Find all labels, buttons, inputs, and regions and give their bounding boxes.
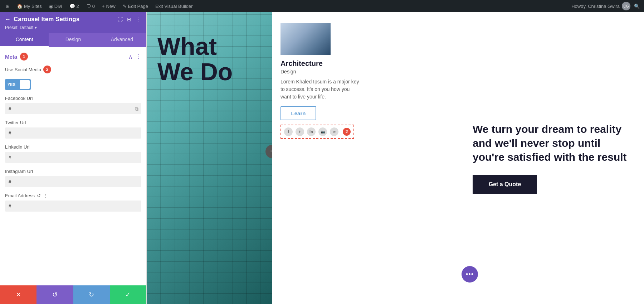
panel-content: Meta 1 ∧ ⋮ Use Social Media 2 YES	[0, 47, 146, 285]
toggle-knob	[20, 80, 30, 89]
email-reset-icon[interactable]: ↺	[37, 193, 41, 198]
panel-actions: ✕ ↺ ↻ ✓	[0, 285, 146, 304]
wp-logo-icon: ⊞	[6, 4, 10, 9]
plus-icon: +	[102, 4, 105, 9]
building-section: What We Do +	[147, 12, 272, 304]
exit-visual-builder-button[interactable]: Exit Visual Builder	[152, 0, 196, 12]
facebook-icon[interactable]: f	[284, 127, 293, 136]
building-text-line2: We Do	[157, 59, 233, 85]
user-greeting: Howdy, Christina Gwira	[571, 4, 620, 9]
architecture-description: Lorem Khaled Ipsum is a major key to suc…	[280, 78, 359, 101]
admin-bar: ⊞ 🏠 My Sites ◉ Divi 💬 2 🗨 0 + New ✎ Edit…	[0, 0, 644, 12]
twitter-url-group: Twitter Url	[5, 120, 141, 139]
panel-title: Carousel Item Settings	[14, 16, 79, 23]
learn-button[interactable]: Learn	[280, 106, 316, 120]
my-sites-menu[interactable]: 🏠 My Sites	[14, 0, 45, 12]
instagram-url-input[interactable]	[5, 176, 141, 187]
use-social-media-row: Use Social Media 2	[5, 66, 141, 73]
email-address-group: Email Address ↺ ⋮	[5, 193, 141, 212]
preset-row[interactable]: Preset: Default ▾	[5, 25, 141, 30]
edit-icon: ✎	[123, 4, 127, 9]
instagram-icon[interactable]: 📷	[318, 127, 327, 136]
section-badge: 1	[20, 53, 28, 61]
home-icon: 🏠	[17, 4, 23, 9]
preset-arrow-icon: ▾	[35, 25, 37, 30]
linkedin-icon[interactable]: in	[307, 127, 316, 136]
avatar[interactable]: CG	[622, 2, 630, 10]
more-options-icon[interactable]: ⋮	[135, 16, 141, 23]
linkedin-url-input[interactable]	[5, 152, 141, 163]
linkedin-url-group: Linkedin Url	[5, 144, 141, 163]
admin-bar-right: Howdy, Christina Gwira CG 🔍	[571, 2, 641, 10]
architecture-title: Architecture	[280, 59, 431, 68]
panel-title-actions: ⛶ ⊟ ⋮	[117, 16, 141, 23]
architecture-image-inner	[280, 23, 331, 55]
facebook-url-group: Facebook Url ⧉	[5, 96, 141, 114]
divi-icon: ◉	[49, 4, 53, 9]
panel-title-row: ← Carousel Item Settings ⛶ ⊟ ⋮	[5, 16, 141, 23]
confirm-button[interactable]: ✓	[110, 285, 146, 304]
fullscreen-icon[interactable]: ⛶	[117, 16, 123, 23]
canvas-area: What We Do + Architecture Design Lorem K…	[147, 12, 644, 304]
redo-button[interactable]: ↻	[73, 285, 110, 304]
search-button[interactable]: 🔍	[633, 2, 641, 10]
social-icons-badge: 2	[343, 128, 351, 136]
get-quote-button[interactable]: Get a Quote	[473, 175, 537, 194]
copy-icon[interactable]: ⧉	[135, 106, 138, 112]
facebook-url-input[interactable]	[5, 103, 141, 114]
meta-section-header: Meta 1 ∧ ⋮	[5, 53, 141, 61]
architecture-image	[280, 23, 331, 55]
back-icon[interactable]: ←	[5, 16, 11, 23]
tab-content[interactable]: Content	[0, 33, 49, 47]
new-menu[interactable]: + New	[99, 0, 118, 12]
edit-page-button[interactable]: ✎ Edit Page	[120, 0, 151, 12]
tab-design[interactable]: Design	[49, 33, 97, 47]
architecture-card: Architecture Design Lorem Khaled Ipsum i…	[280, 23, 431, 139]
preset-label: Preset: Default	[5, 25, 33, 30]
email-icon[interactable]: ✉	[330, 127, 338, 136]
building-text-line1: What	[157, 34, 233, 59]
twitter-url-input[interactable]	[5, 127, 141, 139]
comment-icon: 💬	[69, 4, 75, 9]
instagram-url-group: Instagram Url	[5, 169, 141, 187]
tagline-text: We turn your dream to reality and we'll …	[473, 122, 630, 164]
building-text: What We Do	[157, 34, 233, 85]
panel-title-left: ← Carousel Item Settings	[5, 16, 79, 23]
canvas-content: What We Do + Architecture Design Lorem K…	[147, 12, 644, 304]
use-social-media-badge: 2	[43, 66, 51, 73]
twitter-url-label: Twitter Url	[5, 120, 141, 125]
twitter-icon[interactable]: t	[296, 127, 304, 136]
comments-menu[interactable]: 💬 2	[67, 0, 82, 12]
instagram-url-label: Instagram Url	[5, 169, 141, 174]
linkedin-url-label: Linkedin Url	[5, 144, 141, 150]
section-more-icon[interactable]: ⋮	[136, 53, 141, 60]
use-social-media-label: Use Social Media 2	[5, 66, 51, 73]
wordpress-icon[interactable]: ⊞	[3, 0, 13, 12]
section-collapse-icon[interactable]: ∧	[128, 53, 133, 60]
tab-advanced[interactable]: Advanced	[98, 33, 146, 47]
email-address-input[interactable]	[5, 201, 141, 212]
divi-menu[interactable]: ◉ Divi	[46, 0, 65, 12]
right-content: We turn your dream to reality and we'll …	[458, 12, 644, 304]
left-panel: ← Carousel Item Settings ⛶ ⊟ ⋮ Preset: D…	[0, 12, 147, 304]
section-title: Meta	[5, 54, 17, 60]
bubble-icon: 🗨	[86, 4, 91, 9]
email-more-icon[interactable]: ⋮	[43, 193, 48, 198]
facebook-url-wrapper: ⧉	[5, 103, 141, 114]
panel-header: ← Carousel Item Settings ⛶ ⊟ ⋮ Preset: D…	[0, 12, 146, 33]
toggle-yes-label: YES	[6, 82, 17, 87]
card-section: Architecture Design Lorem Khaled Ipsum i…	[272, 12, 458, 304]
columns-icon[interactable]: ⊟	[126, 16, 132, 23]
comment-bubble-menu[interactable]: 🗨 0	[83, 0, 98, 12]
email-address-label: Email Address ↺ ⋮	[5, 193, 141, 198]
main-layout: ← Carousel Item Settings ⛶ ⊟ ⋮ Preset: D…	[0, 12, 644, 304]
cancel-button[interactable]: ✕	[0, 285, 36, 304]
undo-button[interactable]: ↺	[36, 285, 73, 304]
architecture-subtitle: Design	[280, 69, 431, 74]
section-title-group: Meta 1	[5, 53, 28, 61]
use-social-media-toggle[interactable]: YES	[5, 79, 31, 90]
floating-dots-button[interactable]: •••	[462, 266, 478, 283]
social-icons-row: f t in 📷 ✉ 2	[280, 125, 354, 139]
facebook-url-label: Facebook Url	[5, 96, 141, 101]
panel-tabs: Content Design Advanced	[0, 33, 146, 47]
